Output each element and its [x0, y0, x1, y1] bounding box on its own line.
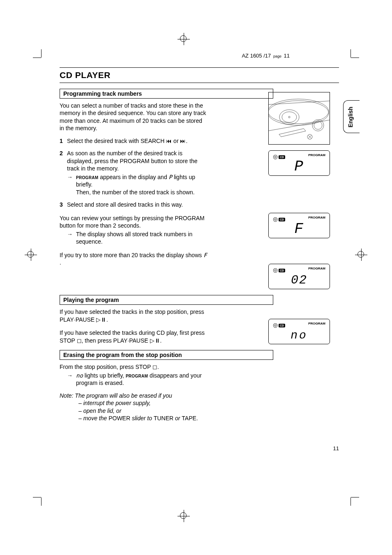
disc-icon: ◎CD — [273, 216, 285, 222]
note-list: interrupt the power supply, open the lid… — [60, 399, 208, 422]
program-keyword: PROGRAM — [76, 175, 98, 180]
device-illustration — [268, 92, 330, 145]
note-item: open the lid, or — [78, 407, 208, 415]
disc-icon: ◎CD — [273, 153, 285, 160]
playing-p1: If you have selected the tracks in the s… — [60, 308, 208, 323]
segment-value: 02 — [291, 273, 307, 287]
note-item: interrupt the power supply, — [78, 399, 208, 407]
section-heading-erasing: Erasing the program from the stop positi… — [60, 350, 273, 360]
step-2-result: → PROGRAM appears in the display and P l… — [60, 173, 208, 189]
lcd-display-no: ◎CD PROGRAM no — [268, 319, 330, 344]
playing-p2: If you have selected the tracks during C… — [60, 329, 208, 344]
svg-point-3 — [282, 112, 297, 122]
disc-icon: ◎CD — [273, 322, 285, 328]
p-glyph: P — [169, 174, 172, 180]
page-reference: AZ 1605 /17 page 11 — [242, 53, 290, 59]
step-3: 3 Select and store all desired tracks in… — [60, 201, 208, 208]
program-indicator: PROGRAM — [308, 267, 325, 270]
program-keyword: PROGRAM — [126, 374, 148, 378]
review-result: → The display shows all stored track num… — [60, 230, 208, 246]
arrow-icon: → — [67, 173, 76, 189]
language-label: English — [347, 107, 354, 128]
arrow-icon: → — [67, 372, 76, 387]
review-text: You can review your settings by pressing… — [60, 214, 208, 230]
program-indicator: PROGRAM — [308, 153, 325, 157]
svg-point-4 — [288, 116, 290, 118]
lcd-display-f: ◎CD PROGRAM F — [268, 213, 330, 238]
svg-line-5 — [269, 101, 330, 105]
page-number: 11 — [333, 445, 339, 451]
programming-intro: You can select a number of tracks and st… — [60, 102, 208, 132]
section-heading-playing: Playing the program — [60, 295, 273, 305]
note-title: Note: The program will also be erased if… — [60, 392, 208, 399]
program-indicator: PROGRAM — [308, 216, 325, 219]
arrow-icon: → — [67, 230, 76, 246]
step-2: 2 As soon as the number of the desired t… — [60, 150, 208, 172]
model-number: AZ 1605 /17 — [242, 53, 271, 59]
svg-point-2 — [279, 110, 299, 124]
page-title: CD PLAYER — [60, 70, 339, 80]
section-heading-programming: Programming track numbers — [60, 89, 273, 99]
page-ref-number: 11 — [284, 53, 290, 59]
page-label: page — [273, 54, 281, 58]
note-item: move the POWER slider to TUNER or TAPE. — [78, 415, 208, 422]
erasing-result: → no lights up briefly, PROGRAM disappea… — [60, 372, 208, 387]
lcd-display-02: ◎CD PROGRAM 02 — [268, 264, 330, 289]
erasing-intro: From the stop position, press STOP ◻. — [60, 363, 208, 371]
step-1: 1 Select the desired track with SEARCH ⏮… — [60, 137, 208, 145]
segment-value: P — [294, 158, 304, 175]
lcd-display-p: ◎CD PROGRAM P — [268, 150, 330, 176]
limit-text: If you try to store more than 20 tracks … — [60, 251, 208, 267]
program-indicator: PROGRAM — [308, 322, 325, 325]
no-glyph: no — [76, 372, 83, 379]
disc-icon: ◎CD — [273, 267, 285, 273]
segment-value: F — [294, 221, 304, 237]
language-tab: English — [343, 100, 360, 133]
f-glyph: F — [203, 252, 207, 258]
step-2-then: Then, the number of the stored track is … — [60, 189, 208, 196]
segment-value: no — [291, 329, 308, 342]
